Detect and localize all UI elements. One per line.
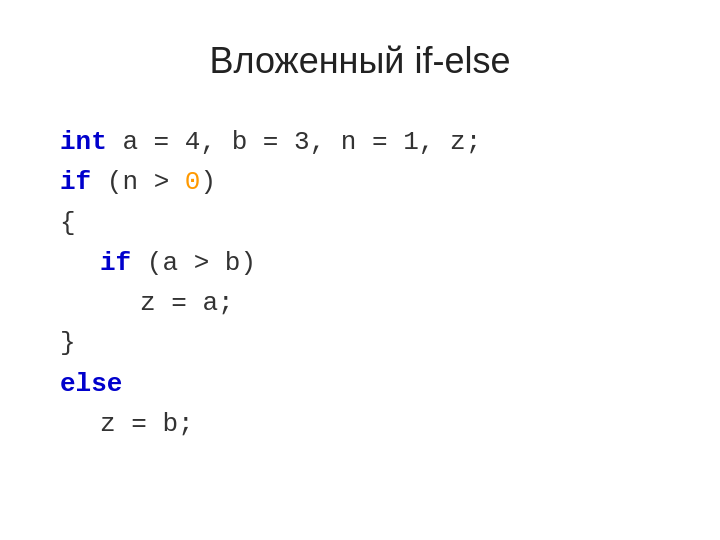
code-line-8: z = b; (100, 404, 481, 444)
code-text: ) (200, 167, 216, 197)
code-text: a = 4, b = 3, n = 1, z; (107, 127, 481, 157)
code-text: z = a; (140, 288, 234, 318)
code-line-3: { (60, 203, 481, 243)
brace-open: { (60, 208, 76, 238)
code-text: (a > b) (131, 248, 256, 278)
code-text: z = b; (100, 409, 194, 439)
code-text: (n > (91, 167, 185, 197)
code-block: int a = 4, b = 3, n = 1, z; if (n > 0) {… (60, 122, 481, 444)
keyword-if-1: if (60, 167, 91, 197)
slide: Вложенный if-else int a = 4, b = 3, n = … (0, 0, 720, 540)
code-line-1: int a = 4, b = 3, n = 1, z; (60, 122, 481, 162)
code-line-7: else (60, 364, 481, 404)
slide-title: Вложенный if-else (210, 40, 511, 82)
keyword-else: else (60, 369, 122, 399)
code-line-2: if (n > 0) (60, 162, 481, 202)
code-line-5: z = a; (140, 283, 481, 323)
code-line-4: if (a > b) (100, 243, 481, 283)
keyword-if-2: if (100, 248, 131, 278)
number-0: 0 (185, 167, 201, 197)
brace-close: } (60, 328, 76, 358)
code-line-6: } (60, 323, 481, 363)
keyword-int: int (60, 127, 107, 157)
